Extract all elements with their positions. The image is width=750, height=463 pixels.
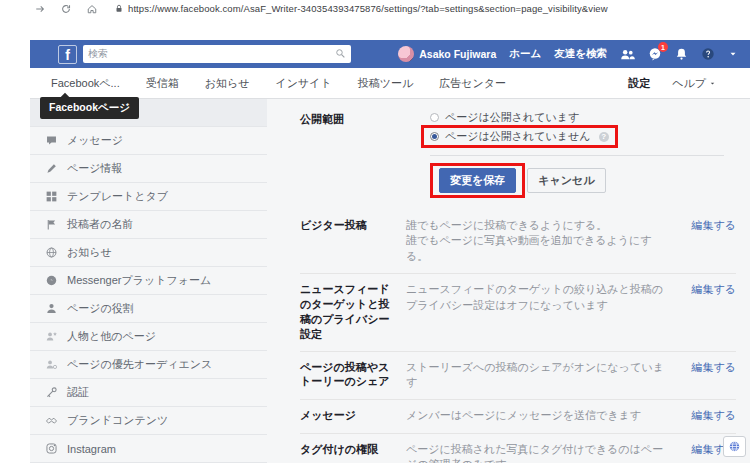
message-icon (45, 134, 58, 147)
person-star-icon (45, 330, 58, 343)
row-news-feed-targeting: ニュースフィードのターゲットと投稿のプライバシー設定 ニュースフィードのターゲッ… (300, 273, 736, 350)
key-icon (45, 386, 58, 399)
annotation-red-box-radio: ページは公開されていません ? (421, 125, 618, 148)
handshake-icon (45, 414, 58, 427)
nav-tab-page[interactable]: Facebookペ... (38, 76, 133, 91)
nav-tab-ad-center[interactable]: 広告センター (426, 76, 519, 91)
url-text: https://www.facebook.com/AsaF_Writer-340… (128, 3, 608, 14)
globe-icon (45, 246, 58, 259)
sidebar-item-branded-content[interactable]: ブランドコンテンツ (30, 407, 267, 435)
annotation-red-box-save: 変更を保存 (430, 163, 525, 198)
settings-rows: ビジター投稿 誰でもページに投稿できるようにする。 誰でもページに写真や動画を追… (300, 210, 736, 463)
cancel-button[interactable]: キャンセル (527, 168, 605, 193)
sidebar-item-preferred-audience[interactable]: ページの優先オーディエンス (30, 351, 267, 379)
page-visibility-section: 公開範囲 ページは公開されています ページは公開されていません ? (300, 110, 736, 198)
sidebar-item-templates-tabs[interactable]: テンプレートとタブ (30, 183, 267, 211)
help-icon[interactable]: ? (599, 132, 609, 142)
home-icon[interactable] (86, 3, 98, 15)
refresh-icon[interactable] (60, 3, 72, 15)
instagram-icon (45, 442, 58, 455)
radio-page-published[interactable]: ページは公開されています (430, 110, 736, 125)
messenger-icon (45, 274, 58, 287)
sidebar-item-people-other-pages[interactable]: 人物と他のページ (30, 323, 267, 351)
facebook-page: f 検索 Asako Fujiwara ホーム 友達を検索 1 (30, 40, 750, 463)
search-icon (335, 45, 346, 63)
facebook-header: f 検索 Asako Fujiwara ホーム 友達を検索 1 (30, 40, 750, 68)
nav-tab-settings[interactable]: 設定 (614, 76, 664, 91)
messenger-badge: 1 (658, 42, 668, 52)
find-friends-link[interactable]: 友達を検索 (554, 47, 607, 61)
save-changes-button[interactable]: 変更を保存 (439, 168, 516, 193)
browser-toolbar: https://www.facebook.com/AsaF_Writer-340… (0, 0, 750, 17)
padlock-icon (114, 0, 124, 18)
edit-link[interactable]: 編集する (686, 218, 736, 264)
facebook-page-tooltip: Facebookページ (40, 97, 139, 119)
edit-link[interactable]: 編集する (686, 408, 736, 423)
audience-icon (45, 358, 58, 371)
edit-link[interactable]: 編集する (686, 360, 736, 391)
settings-content: 一般 メッセージ ページ情報 テンプレートとタブ 投稿者の名前 お知らせ (30, 99, 750, 463)
row-visitor-posts: ビジター投稿 誰でもページに投稿できるようにする。 誰でもページに写真や動画を追… (300, 210, 736, 273)
row-messages: メッセージ メンバーはページにメッセージを送信できます 編集する (300, 399, 736, 432)
messenger-button[interactable]: 1 (648, 47, 662, 61)
search-input[interactable]: 検索 (83, 45, 351, 63)
row-tagging-ability: タグ付けの権限 ページに投稿された写真にタグ付けできるのはページの管理者のみです… (300, 433, 736, 463)
nav-tab-publishing-tools[interactable]: 投稿ツール (345, 76, 427, 91)
facebook-logo-icon[interactable]: f (58, 45, 77, 64)
sidebar-item-messaging[interactable]: メッセージ (30, 127, 267, 155)
help-icon[interactable] (701, 47, 715, 61)
person-icon (45, 302, 58, 315)
sidebar-item-messenger-platform[interactable]: Messengerプラットフォーム (30, 267, 267, 295)
avatar (398, 46, 414, 62)
globe-icon (728, 440, 741, 453)
divider (430, 155, 724, 156)
notifications-icon[interactable] (675, 47, 688, 61)
caret-down-icon (709, 80, 716, 87)
page-nav-bar: Facebookペ... 受信箱 お知らせ インサイト 投稿ツール 広告センター… (30, 68, 750, 99)
row-post-story-sharing: ページの投稿やストーリーのシェア ストーリーズへの投稿のシェアがオンになっていま… (300, 351, 736, 400)
nav-tab-inbox[interactable]: 受信箱 (133, 76, 192, 91)
visibility-label: 公開範囲 (300, 110, 430, 198)
nav-tab-insights[interactable]: インサイト (263, 76, 345, 91)
user-name: Asako Fujiwara (419, 48, 496, 60)
flag-icon (45, 218, 58, 231)
language-selector-button[interactable] (723, 436, 746, 457)
radio-checked-icon[interactable] (430, 132, 439, 141)
nav-tab-help[interactable]: ヘルプ (664, 76, 724, 91)
home-link[interactable]: ホーム (509, 47, 541, 61)
friend-requests-button[interactable] (620, 48, 635, 61)
caret-down-icon[interactable] (728, 49, 738, 59)
grid-icon (45, 190, 58, 203)
profile-link[interactable]: Asako Fujiwara (398, 46, 496, 62)
radio-unchecked-icon[interactable] (430, 113, 439, 122)
nav-tab-notifications[interactable]: お知らせ (192, 76, 263, 91)
settings-main: 公開範囲 ページは公開されています ページは公開されていません ? (267, 99, 750, 463)
search-placeholder: 検索 (88, 47, 335, 61)
sidebar-item-authorizations[interactable]: 認証 (30, 379, 267, 407)
pencil-icon (45, 162, 58, 175)
address-bar[interactable]: https://www.facebook.com/AsaF_Writer-340… (114, 0, 608, 18)
sidebar-item-notifications[interactable]: お知らせ (30, 239, 267, 267)
radio-page-unpublished[interactable]: ページは公開されていません ? (430, 129, 609, 144)
sidebar-item-post-attribution[interactable]: 投稿者の名前 (30, 211, 267, 239)
sidebar-item-instagram[interactable]: Instagram (30, 435, 267, 463)
edit-link[interactable]: 編集する (686, 282, 736, 341)
sidebar-item-page-info[interactable]: ページ情報 (30, 155, 267, 183)
settings-sidebar: 一般 メッセージ ページ情報 テンプレートとタブ 投稿者の名前 お知らせ (30, 99, 267, 463)
sidebar-item-page-roles[interactable]: ページの役割 (30, 295, 267, 323)
forward-icon[interactable] (34, 3, 46, 15)
